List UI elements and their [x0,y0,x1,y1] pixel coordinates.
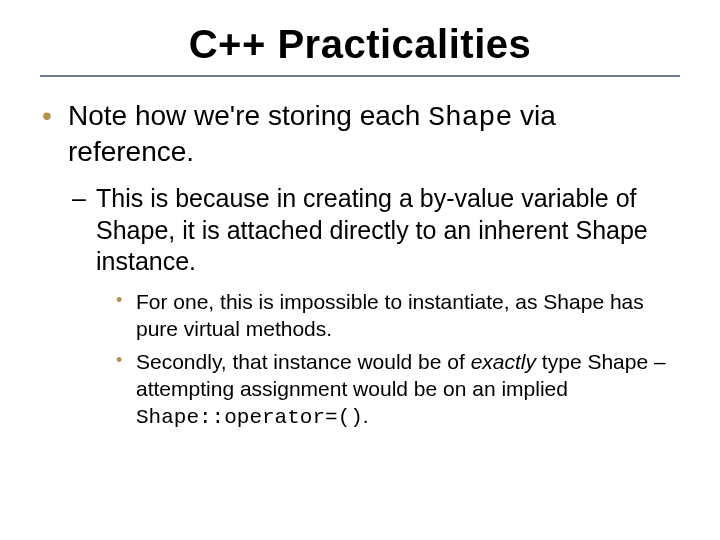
text: . [363,404,369,427]
emphasis-exactly: exactly [471,350,536,373]
text: This is because in creating a by-value v… [96,184,648,275]
slide-title: C++ Practicalities [40,22,680,67]
bullet-level2: This is because in creating a by-value v… [68,183,680,277]
title-underline [40,75,680,77]
text: Note how we're storing each [68,100,428,131]
bullet-level1: Note how we're storing each Shape via re… [40,99,680,169]
code-shape: Shape [428,102,512,133]
code-operator: Shape::operator=() [136,406,363,429]
bullet-level3: For one, this is impossible to instantia… [112,289,680,343]
text: For one, this is impossible to instantia… [136,290,644,340]
text: Secondly, that instance would be of [136,350,471,373]
bullet-level3: Secondly, that instance would be of exac… [112,349,680,432]
slide: C++ Practicalities Note how we're storin… [0,0,720,540]
